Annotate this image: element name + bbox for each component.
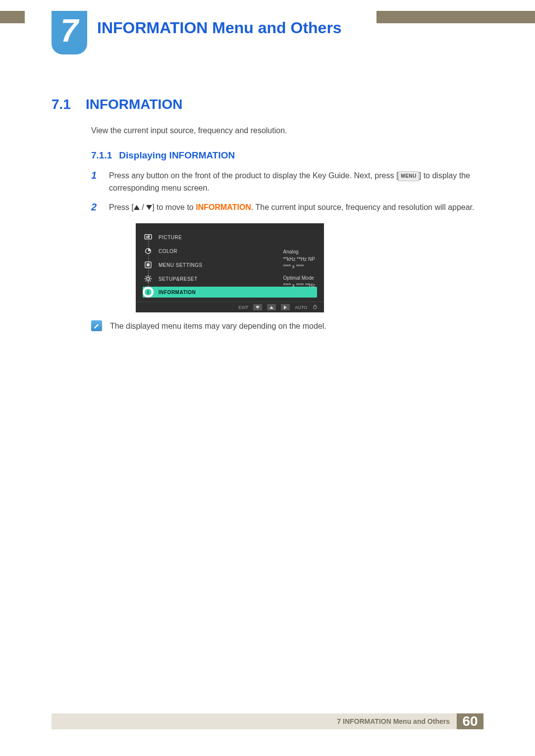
step-1: 1 Press any button on the front of the p…	[91, 170, 483, 195]
osd-label: INFORMATION	[159, 290, 196, 295]
section-title: INFORMATION	[86, 97, 182, 112]
info-icon: i	[143, 287, 154, 298]
information-highlight: INFORMATION	[196, 203, 251, 211]
chapter-number-badge: 7	[52, 11, 87, 54]
picture-icon	[143, 232, 154, 243]
osd-screenshot: PICTURE COLOR MENU SETTINGS SETUP&RESET …	[136, 223, 483, 312]
osd-nav-down-icon	[253, 304, 262, 310]
page-footer: 7 INFORMATION Menu and Others 60	[52, 713, 483, 729]
osd-exit-label: EXIT	[238, 305, 248, 310]
osd-item-picture: PICTURE	[136, 230, 324, 244]
step-text: Press [ / ] to move to INFORMATION. The …	[109, 202, 483, 214]
footer-page-number: 60	[457, 713, 483, 729]
osd-label: COLOR	[159, 249, 177, 254]
svg-rect-1	[146, 236, 148, 238]
note: The displayed menu items may vary depend…	[91, 320, 483, 332]
subsection-title: Displaying INFORMATION	[119, 150, 235, 161]
header-bar-left	[0, 11, 25, 23]
step-text: Press any button on the front of the pro…	[109, 170, 483, 195]
svg-line-14	[150, 276, 151, 277]
svg-point-6	[147, 277, 150, 280]
osd-info-line: **kHz **Hz NP	[283, 255, 315, 263]
color-icon	[143, 246, 154, 256]
osd-info-line: **** x ****	[283, 263, 315, 270]
section-heading: 7.1 INFORMATION	[52, 97, 483, 112]
section-intro: View the current input source, frequency…	[91, 126, 483, 135]
osd-info-line: Optimal Mode	[283, 274, 315, 282]
osd-auto-label: AUTO	[295, 305, 307, 310]
text: Press [	[109, 203, 134, 211]
svg-line-11	[146, 276, 147, 277]
menu-settings-icon	[143, 259, 154, 270]
osd-power-icon	[312, 304, 318, 311]
step-number: 1	[91, 170, 99, 195]
text: ] to move to	[152, 203, 196, 211]
note-text: The displayed menu items may vary depend…	[110, 320, 326, 332]
subsection-number: 7.1.1	[91, 150, 112, 161]
svg-text:i: i	[147, 289, 149, 295]
note-icon	[91, 320, 102, 331]
svg-line-13	[146, 281, 147, 282]
step-number: 2	[91, 202, 99, 214]
osd-info-line: **** x **** **Hz	[283, 282, 315, 289]
menu-button-label: MENU	[398, 171, 419, 181]
osd-enter-icon	[281, 304, 290, 310]
step-2: 2 Press [ / ] to move to INFORMATION. Th…	[91, 202, 483, 214]
osd-label: PICTURE	[159, 235, 182, 240]
svg-line-12	[150, 281, 151, 282]
triangle-down-icon	[146, 205, 152, 210]
svg-rect-2	[148, 236, 150, 238]
svg-rect-5	[147, 263, 150, 266]
chapter-title: INFORMATION Menu and Others	[97, 19, 342, 37]
header-bar-right	[376, 11, 535, 23]
text: Press any button on the front of the pro…	[109, 171, 398, 180]
osd-bottom-bar: EXIT AUTO	[136, 302, 324, 312]
subsection-heading: 7.1.1 Displaying INFORMATION	[91, 150, 483, 161]
footer-label: 7 INFORMATION Menu and Others	[52, 713, 457, 729]
osd-info-panel: Analog **kHz **Hz NP **** x **** Optimal…	[283, 248, 315, 289]
section-number: 7.1	[52, 97, 71, 112]
osd-label: MENU SETTINGS	[159, 262, 203, 268]
gear-icon	[143, 273, 154, 284]
triangle-up-icon	[134, 205, 140, 210]
osd-nav-up-icon	[267, 304, 276, 310]
text: . The current input source, frequency an…	[251, 203, 475, 211]
osd-label: SETUP&RESET	[159, 276, 198, 282]
osd-info-line: Analog	[283, 248, 315, 255]
